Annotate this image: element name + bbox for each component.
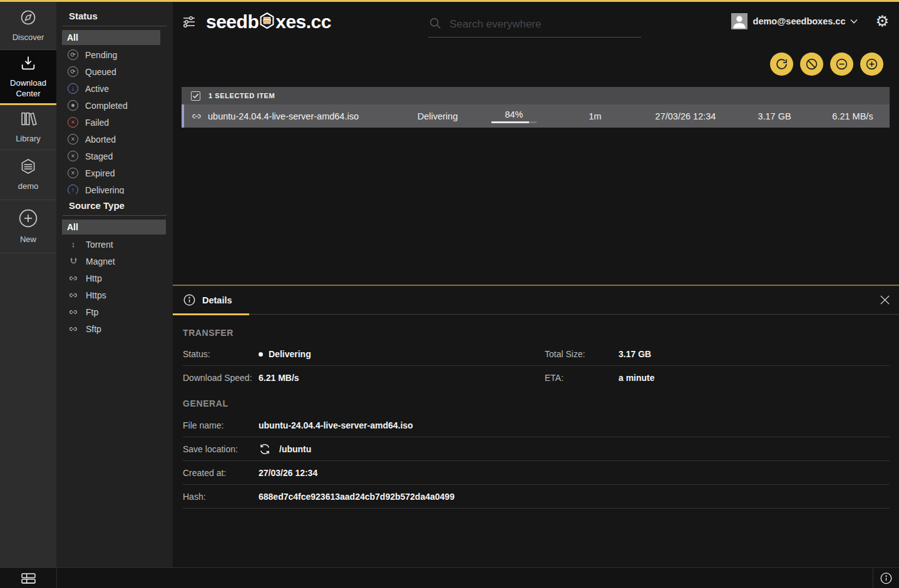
cancel-button[interactable] <box>800 53 823 76</box>
remove-button[interactable] <box>830 53 853 76</box>
failed-icon: × <box>68 117 78 128</box>
source-filter-ftp[interactable]: Ftp <box>62 303 166 320</box>
detail-row-eta: ETA: a minute <box>545 366 890 389</box>
info-button[interactable] <box>873 568 899 588</box>
source-filter-sftp[interactable]: Sftp <box>62 320 166 337</box>
nav-item-label: New <box>18 235 39 245</box>
filter-sliders-icon[interactable] <box>181 14 197 32</box>
search-input[interactable] <box>450 18 625 31</box>
status-filter-delivering[interactable]: ↑ Delivering <box>62 181 160 194</box>
chevron-down-icon[interactable] <box>850 18 858 24</box>
nav-item-demo[interactable]: demo <box>0 150 56 200</box>
source-filter-all[interactable]: All <box>62 220 166 235</box>
source-type-filter-list: All ↕ Torrent Magnet <box>62 220 166 337</box>
bottom-bar <box>0 567 899 588</box>
detail-row-status: Status: Delivering <box>183 343 545 366</box>
books-icon <box>19 110 37 129</box>
detail-row-save-location: Save location: /ubuntu <box>183 437 890 461</box>
delivering-icon: ↑ <box>68 185 78 194</box>
status-filter-queued[interactable]: ⟳ Queued <box>62 63 160 80</box>
status-filter-all[interactable]: All <box>62 30 160 45</box>
status-filter-active[interactable]: ↓ Active <box>62 80 160 97</box>
info-icon <box>880 572 893 585</box>
nav-item-download-center[interactable]: Download Center <box>0 50 56 105</box>
search-icon <box>428 16 442 33</box>
staged-icon: × <box>68 151 78 161</box>
status-filter-list: All ⟳ Pending ⟳ Queued ↓ Active Complete… <box>62 30 160 194</box>
source-filter-https[interactable]: Https <box>62 286 166 303</box>
search-box <box>428 12 641 38</box>
hexagon-stack-icon <box>19 158 37 177</box>
close-details-icon[interactable] <box>879 294 891 306</box>
active-icon: ↓ <box>68 83 78 94</box>
table-row[interactable]: ubuntu-24.04.4-live-server-amd64.iso Del… <box>182 104 890 128</box>
selection-count-label: 1 SELECTED ITEM <box>208 92 275 99</box>
row-created-cell: 27/03/26 12:34 <box>638 111 733 121</box>
queued-icon: ⟳ <box>68 66 78 77</box>
status-filter-pending[interactable]: ⟳ Pending <box>62 46 160 63</box>
nav-item-library[interactable]: Library <box>0 105 56 150</box>
nav-rail-filler <box>0 253 56 567</box>
status-filter-title: Status <box>56 11 173 21</box>
progress-bar-fill <box>491 121 529 123</box>
nav-item-discover[interactable]: Discover <box>0 2 56 50</box>
progress-percent: 84% <box>505 109 523 119</box>
detail-row-download-speed: Download Speed: 6.21 MB/s <box>183 366 545 389</box>
select-all-checkbox[interactable] <box>191 91 200 101</box>
filter-panel: Status All ⟳ Pending ⟳ Queued ↓ Active C… <box>56 2 173 567</box>
file-name: ubuntu-24.04.4-live-server-amd64.iso <box>208 111 359 121</box>
avatar[interactable] <box>731 13 747 29</box>
seedboxes-logo[interactable]: seedb xes.cc <box>206 9 331 34</box>
add-button[interactable] <box>860 53 883 76</box>
downloads-table: 1 SELECTED ITEM ubuntu-24.04.4-live-serv… <box>182 87 890 128</box>
row-status-cell: Delivering <box>399 111 476 121</box>
row-progress-cell: 84% <box>476 109 552 123</box>
pending-icon: ⟳ <box>68 49 78 60</box>
status-filter-completed[interactable]: Completed <box>62 97 160 114</box>
status-filter-aborted[interactable]: × Aborted <box>62 131 160 148</box>
main-header: seedb xes.cc <box>173 2 899 46</box>
actions-toolbar <box>173 46 899 82</box>
detail-row-created-at: Created at: 27/03/26 12:34 <box>183 461 890 485</box>
layout-toggle-button[interactable] <box>0 568 56 588</box>
refresh-location-icon[interactable] <box>259 443 271 455</box>
retry-button[interactable] <box>770 53 793 76</box>
source-filter-magnet[interactable]: Magnet <box>62 253 166 270</box>
plus-circle-icon <box>18 208 38 230</box>
link-icon <box>68 324 79 334</box>
row-speed-cell: 6.21 MB/s <box>816 111 890 121</box>
layout-grid-icon <box>21 572 36 585</box>
compass-icon <box>19 9 37 28</box>
link-icon <box>68 307 79 317</box>
detail-row-total-size: Total Size: 3.17 GB <box>545 343 890 366</box>
details-body: TRANSFER Status: Delivering Download Spe… <box>173 315 899 509</box>
status-filter-expired[interactable]: × Expired <box>62 165 160 181</box>
user-email[interactable]: demo@seedboxes.cc <box>753 16 846 26</box>
source-filter-http[interactable]: Http <box>62 270 166 286</box>
hexagon-bee-icon <box>259 9 275 34</box>
aborted-icon: × <box>68 134 78 144</box>
divider <box>63 26 167 26</box>
link-icon <box>68 290 79 300</box>
transfer-section-title: TRANSFER <box>183 328 890 343</box>
source-type-filter-title: Source Type <box>56 200 173 211</box>
settings-gear-icon[interactable]: ⚙ <box>875 14 889 29</box>
nav-item-label: Library <box>13 134 43 144</box>
status-filter-staged[interactable]: × Staged <box>62 148 160 165</box>
row-name-cell: ubuntu-24.04.4-live-server-amd64.iso <box>184 111 399 122</box>
expired-icon: × <box>68 168 78 178</box>
magnet-icon <box>68 256 79 266</box>
details-tab-bar: Details <box>173 286 899 315</box>
tab-details[interactable]: Details <box>173 286 249 314</box>
detail-row-hash: Hash: 688ed7c4fce923613aad24cb7d92b572da… <box>183 485 890 509</box>
nav-item-new[interactable]: New <box>0 200 56 253</box>
general-section-title: GENERAL <box>183 398 890 413</box>
status-filter-failed[interactable]: × Failed <box>62 114 160 131</box>
nav-item-label: demo <box>16 181 41 191</box>
nav-item-label: Download Center <box>0 78 56 99</box>
user-box: demo@seedboxes.cc ⚙ <box>731 13 889 29</box>
link-icon <box>68 273 79 283</box>
completed-icon <box>68 100 78 111</box>
row-size-cell: 3.17 GB <box>733 111 816 121</box>
source-filter-torrent[interactable]: ↕ Torrent <box>62 236 166 253</box>
